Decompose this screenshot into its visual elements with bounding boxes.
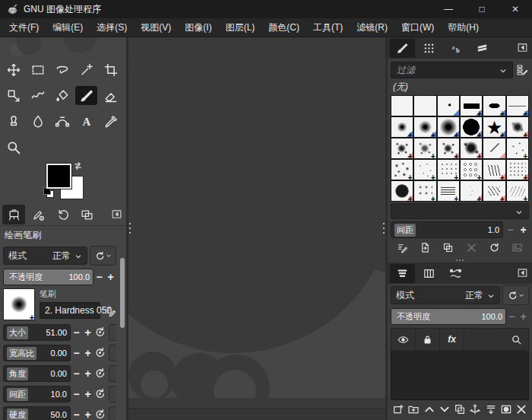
maximize-button[interactable]: □: [465, 0, 499, 18]
reset-icon[interactable]: [94, 326, 107, 339]
brush-swatch-5[interactable]: +: [483, 96, 505, 116]
tab-undo-history[interactable]: [51, 205, 74, 224]
opacity-decrease-button[interactable]: −: [93, 269, 105, 285]
rectangle-select-tool[interactable]: [27, 60, 49, 79]
menu-item-5[interactable]: 图像(I): [178, 18, 218, 37]
brush-swatch-4[interactable]: +: [461, 96, 482, 116]
increase-button[interactable]: +: [82, 325, 93, 340]
brush-swatch-13[interactable]: +: [391, 138, 413, 158]
brush-swatch-12[interactable]: +: [507, 117, 528, 137]
brush-swatch-7[interactable]: +: [391, 117, 413, 137]
opacity-slider[interactable]: 不透明度 100.0 − +: [3, 269, 116, 285]
brush-swatch-2[interactable]: [414, 96, 435, 116]
brush-swatch-26[interactable]: +: [414, 181, 435, 201]
brush-swatch-28[interactable]: +: [461, 181, 482, 201]
tab-layers[interactable]: [390, 264, 415, 283]
tag-editor-icon[interactable]: [516, 64, 529, 77]
foreground-color-swatch[interactable]: [46, 164, 71, 189]
refresh-brushes-button[interactable]: [489, 242, 500, 256]
brush-list-expander[interactable]: [391, 203, 529, 219]
smudge-tool[interactable]: [27, 112, 49, 131]
brush-swatch-10[interactable]: +: [461, 117, 482, 137]
brush-swatch-3[interactable]: [438, 96, 459, 116]
slider-hardness[interactable]: 硬度50.0−+: [3, 406, 116, 420]
raise-layer-button[interactable]: [423, 403, 435, 418]
dock-resize-grip-left[interactable]: [128, 222, 131, 234]
new-layer-group-button[interactable]: [407, 403, 420, 418]
slider-spacing[interactable]: 间距10.0−+: [3, 386, 116, 402]
slider-size[interactable]: 大小51.00−+: [3, 324, 116, 341]
dynamics-icon[interactable]: [109, 406, 116, 420]
brush-swatch-25[interactable]: +: [391, 181, 413, 201]
color-picker-tool[interactable]: [100, 112, 122, 131]
paintbrush-tool[interactable]: [75, 86, 97, 105]
spacing-decrease-button[interactable]: −: [505, 222, 516, 237]
decrease-button[interactable]: −: [71, 387, 82, 402]
decrease-button[interactable]: −: [71, 345, 82, 361]
brush-swatch-1[interactable]: [391, 96, 413, 116]
brush-swatch-8[interactable]: +: [414, 117, 435, 137]
dynamics-icon[interactable]: [109, 365, 116, 382]
decrease-button[interactable]: −: [71, 366, 82, 381]
tab-gradients[interactable]: [470, 39, 495, 58]
spacing-increase-button[interactable]: +: [518, 222, 529, 237]
reset-icon[interactable]: [94, 347, 107, 360]
dynamics-icon[interactable]: [109, 324, 116, 341]
duplicate-layer-button[interactable]: [454, 403, 466, 418]
lower-layer-button[interactable]: [439, 403, 451, 418]
dynamics-icon[interactable]: [109, 386, 116, 402]
paint-mode-select[interactable]: 模式 正常: [3, 247, 87, 265]
brush-swatch-24[interactable]: +: [507, 160, 528, 180]
minimize-button[interactable]: —: [432, 0, 465, 18]
panel-menu-icon[interactable]: [517, 42, 530, 55]
brush-filter-input[interactable]: 过滤: [391, 62, 513, 78]
tab-images[interactable]: [75, 205, 98, 224]
duplicate-brush-button[interactable]: [442, 242, 454, 256]
tab-patterns[interactable]: [416, 39, 442, 58]
opacity-increase-button[interactable]: +: [105, 269, 116, 285]
brush-swatch-6[interactable]: +: [507, 96, 528, 116]
menu-item-9[interactable]: 滤镜(R): [350, 18, 394, 37]
fuzzy-select-tool[interactable]: [75, 60, 97, 79]
panel-menu-icon[interactable]: [517, 267, 530, 280]
layer-mode-reset-button[interactable]: [502, 285, 529, 305]
slider-angle[interactable]: 角度0.00−+: [3, 365, 116, 382]
decrease-button[interactable]: −: [71, 325, 82, 340]
search-icon[interactable]: [511, 334, 522, 345]
increase-button[interactable]: +: [82, 345, 93, 361]
brush-swatch-23[interactable]: +: [483, 160, 505, 180]
layer-mode-select[interactable]: 模式 正常: [391, 286, 500, 304]
menu-item-2[interactable]: 编辑(E): [46, 18, 90, 37]
brush-name[interactable]: 2. Hardness 050: [40, 302, 100, 319]
edit-brush-button[interactable]: [397, 242, 408, 256]
brush-swatch-11[interactable]: ★+: [483, 117, 505, 137]
tab-brushes[interactable]: [390, 39, 415, 58]
zoom-tool[interactable]: [2, 138, 24, 157]
tab-channels[interactable]: [416, 264, 442, 283]
layer-opacity-slider[interactable]: 不透明度 100.0 − +: [391, 308, 529, 325]
anchor-layer-button[interactable]: [469, 403, 481, 418]
free-select-tool[interactable]: [51, 60, 73, 79]
brush-swatch-17[interactable]: [483, 138, 505, 158]
brush-spacing-slider[interactable]: 间距 1.0 − +: [391, 221, 529, 238]
brush-swatch-9[interactable]: +: [438, 117, 459, 137]
layer-opacity-decrease-button[interactable]: −: [506, 309, 518, 324]
menu-item-3[interactable]: 选择(S): [90, 18, 134, 37]
dock-resize-grip-right[interactable]: [382, 222, 385, 234]
reset-icon[interactable]: [94, 409, 107, 420]
swap-colors-icon[interactable]: [73, 161, 83, 171]
eraser-tool[interactable]: [100, 86, 122, 105]
tab-paths[interactable]: [443, 264, 468, 283]
reset-icon[interactable]: [94, 368, 107, 380]
text-tool[interactable]: A: [75, 112, 97, 131]
brush-swatch-30[interactable]: +: [507, 181, 528, 201]
menu-item-1[interactable]: 文件(F): [2, 18, 46, 37]
close-button[interactable]: ✕: [499, 0, 532, 18]
layer-opacity-increase-button[interactable]: +: [518, 309, 529, 324]
crop-tool[interactable]: [100, 60, 122, 79]
decrease-button[interactable]: −: [71, 407, 82, 420]
menu-item-11[interactable]: 帮助(H): [441, 18, 486, 37]
transform-tool[interactable]: [2, 86, 24, 105]
tab-fonts[interactable]: ab: [443, 39, 468, 58]
paths-tool[interactable]: [51, 112, 73, 131]
